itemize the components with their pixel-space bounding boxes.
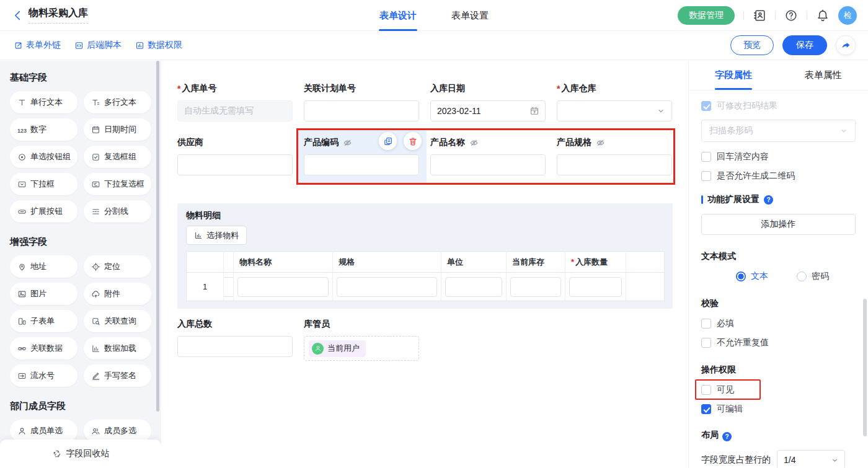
sidebar-item-link-data[interactable]: 关联数据	[10, 337, 78, 360]
sidebar-item-member-multi[interactable]: 成员多选	[84, 420, 151, 442]
no-duplicate-checkbox[interactable]: 不允许重复值	[701, 337, 856, 348]
required-checkbox[interactable]: 必填	[701, 318, 856, 329]
sidebar-item-divider[interactable]: 分割线	[84, 200, 151, 223]
sidebar-item-serial-number[interactable]: 流水号	[10, 364, 78, 387]
editable-checkbox[interactable]: 可编辑	[701, 404, 856, 415]
page-title[interactable]: 物料采购入库	[29, 7, 88, 24]
inbound-date-input[interactable]: 2023-02-11	[430, 100, 546, 121]
data-load-icon	[91, 344, 100, 353]
save-button[interactable]: 保存	[782, 35, 827, 55]
sidebar-item-subform[interactable]: 子表单	[10, 310, 78, 332]
tab-form-design[interactable]: 表单设计	[379, 0, 417, 31]
calendar-icon[interactable]	[529, 106, 539, 116]
back-button[interactable]	[11, 9, 25, 22]
radio-unselected[interactable]	[797, 272, 807, 281]
sidebar-item-address[interactable]: 地址	[10, 255, 78, 278]
product-name-input[interactable]	[430, 154, 546, 175]
sidebar-item-signature[interactable]: 手写签名	[84, 364, 151, 387]
help-question-icon[interactable]: ?	[764, 195, 773, 205]
sidebar-item-attachment[interactable]: 附件	[84, 283, 151, 305]
sidebar-item-number[interactable]: 123数字	[10, 118, 78, 141]
scan-result-editable-checkbox[interactable]: 可修改扫码结果	[701, 100, 856, 112]
scan-mode-select[interactable]: 扫描条形码	[701, 120, 856, 142]
field-supplier[interactable]: 供应商	[177, 136, 304, 183]
sidebar-item-multi-select[interactable]: 下拉复选框	[84, 173, 151, 195]
visible-checkbox[interactable]: 可见	[701, 384, 856, 395]
copy-field-button[interactable]	[379, 132, 397, 150]
add-action-button[interactable]: 添加操作	[701, 214, 856, 235]
notification-bell-icon[interactable]	[816, 9, 830, 22]
product-spec-input[interactable]	[557, 154, 672, 175]
allow-qrcode-checkbox[interactable]: 是否允许生成二维码	[701, 170, 856, 182]
field-warehouse[interactable]: *入库仓库	[557, 82, 683, 121]
contacts-book-icon[interactable]	[753, 9, 766, 22]
select-material-button[interactable]: 选择物料	[186, 226, 247, 245]
enter-clear-checkbox[interactable]: 回车清空内容	[701, 151, 856, 162]
field-warehouse-keeper[interactable]: 库管员 当前用户	[304, 318, 430, 361]
sidebar-item-single-line-text[interactable]: 单行文本	[10, 91, 78, 113]
tab-form-settings[interactable]: 表单设置	[451, 0, 489, 31]
tab-form-properties[interactable]: 表单属性	[779, 61, 868, 90]
checkbox-unchecked[interactable]	[701, 152, 711, 162]
sidebar-item-label: 单行文本	[30, 97, 63, 108]
field-inbound-date[interactable]: 入库日期 2023-02-11	[430, 82, 557, 121]
field-width-select[interactable]: 1/4	[777, 450, 845, 468]
help-question-icon[interactable]: ?	[722, 432, 732, 441]
spec-input[interactable]	[337, 277, 437, 297]
total-qty-input[interactable]	[177, 336, 293, 357]
data-manage-button[interactable]: 数据管理	[678, 6, 735, 25]
checkbox-checked-disabled[interactable]	[701, 101, 711, 111]
delete-field-button[interactable]	[404, 132, 422, 150]
backend-script-button[interactable]: 后端脚本	[74, 40, 122, 51]
panel-scrollbar[interactable]	[863, 299, 867, 436]
stock-input[interactable]	[510, 277, 561, 297]
field-product-code-selected[interactable]: 产品编码	[298, 130, 427, 183]
field-plan-no[interactable]: 关联计划单号	[304, 82, 430, 121]
sidebar-item-extend-button[interactable]: 扩展按钮	[10, 200, 78, 223]
radio-selected[interactable]	[736, 272, 746, 281]
clipped-input[interactable]	[224, 277, 234, 297]
material-name-input[interactable]	[237, 277, 329, 297]
data-permission-button[interactable]: 数据权限	[135, 40, 182, 51]
sidebar-item-data-load[interactable]: 数据加载	[84, 337, 151, 360]
help-icon[interactable]	[784, 9, 798, 22]
sidebar-item-location[interactable]: 定位	[84, 255, 151, 278]
inbound-no-input[interactable]: 自动生成无需填写	[177, 100, 293, 121]
sidebar-item-member-single[interactable]: 成员单选	[10, 420, 78, 442]
product-code-input[interactable]	[304, 154, 419, 175]
current-user-chip[interactable]: 当前用户	[309, 340, 366, 357]
checkbox-unchecked[interactable]	[701, 385, 711, 395]
unit-input[interactable]	[445, 277, 502, 297]
sidebar-item-link-query[interactable]: 关联查询	[84, 310, 151, 332]
material-detail-subform[interactable]: 物料明细 选择物料 物料名称 规格 单位 当前库存	[177, 203, 673, 309]
qty-input[interactable]	[569, 277, 622, 297]
tab-field-properties[interactable]: 字段属性	[689, 61, 779, 90]
sidebar-item-datetime[interactable]: 日期时间	[84, 118, 151, 141]
field-product-name[interactable]: 产品名称	[430, 136, 557, 183]
sidebar-item-image[interactable]: 图片	[10, 283, 78, 305]
sidebar-scrollbar[interactable]	[156, 61, 159, 412]
external-link-button[interactable]: 表单外链	[14, 40, 61, 51]
field-total-qty[interactable]: 入库总数	[177, 318, 304, 361]
plan-no-input[interactable]	[304, 100, 419, 121]
sidebar-item-multi-line-text[interactable]: 多行文本	[84, 91, 151, 113]
field-recycle-bin[interactable]: 字段回收站	[0, 439, 161, 468]
preview-button[interactable]: 预览	[730, 35, 774, 55]
supplier-input[interactable]	[177, 154, 293, 175]
sidebar-item-select[interactable]: 下拉框	[10, 173, 78, 195]
radio-password[interactable]: 密码	[797, 271, 829, 282]
checkbox-checked[interactable]	[701, 404, 711, 414]
avatar[interactable]: 检	[838, 6, 857, 25]
keeper-member-box[interactable]: 当前用户	[304, 336, 419, 361]
field-inbound-no[interactable]: *入库单号 自动生成无需填写	[177, 82, 304, 121]
warehouse-select[interactable]	[557, 100, 672, 121]
radio-text[interactable]: 文本	[736, 271, 768, 282]
sidebar-item-checkbox-group[interactable]: 复选框组	[84, 146, 151, 168]
field-product-spec[interactable]: 产品规格	[557, 136, 683, 183]
sidebar-item-radio-group[interactable]: 单选按钮组	[10, 146, 78, 168]
share-button[interactable]	[836, 35, 856, 55]
checkbox-unchecked[interactable]	[701, 338, 711, 348]
checkbox-unchecked[interactable]	[701, 319, 711, 329]
checkbox-unchecked[interactable]	[701, 171, 711, 181]
text-mode-title: 文本模式	[701, 251, 856, 262]
